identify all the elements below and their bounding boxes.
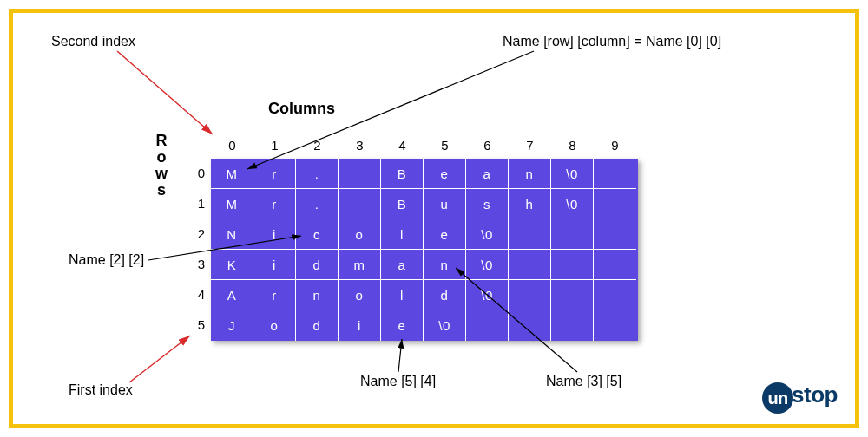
- array-cell: [466, 310, 509, 341]
- array-cell: d: [296, 310, 339, 341]
- array-cell: [339, 189, 381, 219]
- array-cell: [509, 280, 551, 310]
- label-first-index: First index: [69, 382, 133, 398]
- column-index: 5: [424, 138, 466, 153]
- array-cell: r: [253, 280, 296, 310]
- array-cell: e: [424, 219, 466, 250]
- array-cell: .: [296, 159, 339, 189]
- rows-heading-char: w: [155, 166, 168, 182]
- array-cell: d: [424, 280, 466, 310]
- array-cell: J: [211, 310, 253, 341]
- label-name-5-4: Name [5] [4]: [360, 374, 436, 389]
- array-cell: [594, 310, 636, 341]
- array-cell: m: [339, 250, 381, 280]
- array-cell: r: [253, 189, 296, 219]
- column-index: 7: [509, 138, 551, 153]
- array-cell: A: [211, 280, 253, 310]
- array-cell: n: [424, 250, 466, 280]
- array-cell: [551, 250, 594, 280]
- array-cell: M: [211, 189, 253, 219]
- array-cell: [509, 250, 551, 280]
- array-cell: e: [381, 310, 424, 341]
- array-cell: a: [466, 159, 509, 189]
- array-cell: i: [253, 219, 296, 250]
- arrow-first-index: [129, 336, 190, 382]
- column-index: 0: [211, 138, 253, 153]
- array-cell: n: [509, 159, 551, 189]
- brand-logo: unstop: [762, 381, 838, 412]
- array-cell: [594, 159, 636, 189]
- label-second-index: Second index: [51, 34, 135, 49]
- array-cell: o: [339, 280, 381, 310]
- label-name-0-0: Name [row] [column] = Name [0] [0]: [503, 34, 721, 49]
- rows-heading-char: o: [155, 149, 168, 166]
- array-cell: [594, 280, 636, 310]
- column-index: 9: [594, 138, 636, 153]
- logo-badge: un: [762, 382, 793, 414]
- label-name-2-2: Name [2] [2]: [69, 252, 144, 268]
- array-cell: M: [211, 159, 253, 189]
- array-cell: \0: [551, 189, 594, 219]
- array-cell: [551, 219, 594, 250]
- array-cell: N: [211, 219, 253, 250]
- array-cell: .: [296, 189, 339, 219]
- array-cell: \0: [424, 310, 466, 341]
- array-cell: u: [424, 189, 466, 219]
- column-index: 6: [466, 138, 509, 153]
- rows-heading-char: s: [155, 182, 168, 199]
- array-grid: Mr. Bean\0Mr. Bush\0Nicole\0Kidman\0Arno…: [211, 159, 638, 341]
- column-index: 1: [253, 138, 296, 153]
- columns-heading: Columns: [268, 100, 335, 118]
- array-cell: [339, 159, 381, 189]
- array-cell: i: [253, 250, 296, 280]
- array-cell: [509, 310, 551, 341]
- logo-text: stop: [792, 382, 838, 408]
- array-cell: d: [296, 250, 339, 280]
- array-cell: [551, 280, 594, 310]
- array-cell: c: [296, 219, 339, 250]
- column-index: 4: [381, 138, 424, 153]
- array-cell: o: [339, 219, 381, 250]
- array-cell: r: [253, 159, 296, 189]
- array-cell: i: [339, 310, 381, 341]
- row-index: 3: [187, 257, 205, 271]
- rows-heading-char: R: [155, 133, 168, 149]
- array-cell: [594, 250, 636, 280]
- array-cell: [509, 219, 551, 250]
- arrow-second-index: [117, 51, 213, 134]
- array-cell: B: [381, 159, 424, 189]
- row-index: 2: [187, 226, 205, 241]
- column-index: 2: [296, 138, 339, 153]
- array-cell: l: [381, 219, 424, 250]
- column-index: 8: [551, 138, 594, 153]
- array-cell: s: [466, 189, 509, 219]
- array-cell: n: [296, 280, 339, 310]
- array-cell: a: [381, 250, 424, 280]
- rows-heading: R o w s: [155, 133, 168, 199]
- column-index: 3: [339, 138, 381, 153]
- array-cell: [551, 310, 594, 341]
- array-cell: [594, 219, 636, 250]
- row-index: 4: [187, 287, 205, 302]
- array-cell: h: [509, 189, 551, 219]
- array-cell: \0: [466, 280, 509, 310]
- array-cell: l: [381, 280, 424, 310]
- array-cell: \0: [466, 250, 509, 280]
- row-index: 1: [187, 196, 205, 211]
- row-index: 0: [187, 166, 205, 180]
- array-cell: e: [424, 159, 466, 189]
- label-name-3-5: Name [3] [5]: [546, 374, 621, 389]
- array-cell: \0: [551, 159, 594, 189]
- array-cell: B: [381, 189, 424, 219]
- diagram-frame: Second index Name [row] [column] = Name …: [9, 9, 859, 428]
- array-cell: K: [211, 250, 253, 280]
- arrow-name-5-4: [398, 339, 402, 372]
- array-cell: \0: [466, 219, 509, 250]
- array-cell: o: [253, 310, 296, 341]
- row-index: 5: [187, 317, 205, 332]
- array-cell: [594, 189, 636, 219]
